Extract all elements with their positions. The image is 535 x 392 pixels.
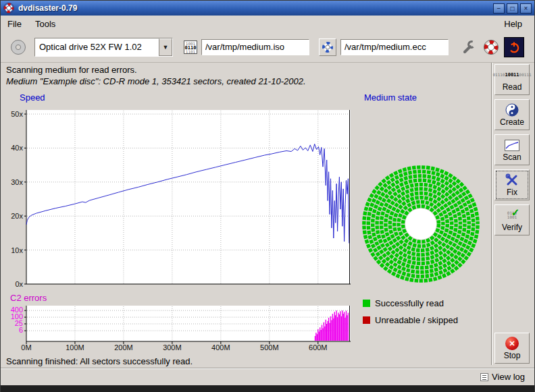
speed-and-c2-chart: 0M100M200M300M400M500M600M0x10x20x30x40x… <box>1 102 359 357</box>
ecc-file-button[interactable] <box>319 38 336 56</box>
svg-text:40x: 40x <box>11 144 23 152</box>
create-button-label: Create <box>500 117 524 127</box>
drive-select-value: Optical drive 52X FW 1.02 <box>35 38 159 56</box>
menubar: File Tools Help <box>1 16 534 32</box>
view-log-button[interactable]: View log <box>478 370 528 383</box>
medium-state-disc <box>361 165 480 283</box>
window-title: dvdisaster-0.79 <box>18 3 77 13</box>
verify-button[interactable]: 0110 1001 ✓ Verify <box>494 204 530 235</box>
drive-icon[interactable] <box>9 38 28 57</box>
svg-text:0x: 0x <box>15 280 23 288</box>
speed-chart-label: Speed <box>20 92 45 103</box>
good-swatch <box>363 300 370 307</box>
ecc-file-icon <box>322 41 334 53</box>
medium-state-label: Medium state <box>364 92 417 103</box>
maximize-button[interactable]: □ <box>507 3 518 13</box>
quit-button[interactable] <box>504 37 524 57</box>
svg-text:20x: 20x <box>11 212 23 220</box>
svg-text:400M: 400M <box>211 343 230 352</box>
minimize-button[interactable]: − <box>493 3 505 13</box>
close-button[interactable]: × <box>520 3 532 13</box>
bad-swatch <box>363 316 370 324</box>
app-window: dvdisaster-0.79 − □ × File Tools Help Op… <box>0 0 535 392</box>
binary-read-icon: 01110 10011 00111 <box>492 67 531 82</box>
preferences-button[interactable] <box>458 37 478 57</box>
iso-path-input[interactable] <box>201 39 309 55</box>
scan-result-text: Scanning finished: All sectors successfu… <box>6 356 193 366</box>
stop-icon: ✕ <box>505 336 519 351</box>
fix-button[interactable]: Fix <box>494 169 530 200</box>
titlebar[interactable]: dvdisaster-0.79 − □ × <box>1 1 534 16</box>
legend-bad-label: Unreadable / skipped <box>375 315 458 325</box>
scan-button-label: Scan <box>503 152 521 162</box>
read-button[interactable]: 01110 10011 00111 Read <box>494 64 530 95</box>
ecc-path-input[interactable] <box>340 39 449 55</box>
lifesaver-logo-icon <box>483 39 499 55</box>
window-bottom-border <box>1 385 534 392</box>
legend-item-good: Successfully read <box>363 298 444 308</box>
about-button[interactable] <box>481 37 501 57</box>
tools-icon <box>505 173 519 188</box>
svg-text:30x: 30x <box>11 178 23 186</box>
log-list-icon <box>480 373 488 381</box>
verify-check-icon: 0110 1001 ✓ <box>507 208 517 223</box>
scan-button[interactable]: Scan <box>494 134 530 165</box>
verify-button-label: Verify <box>502 223 522 232</box>
image-file-icon: 1001 0110 1101 <box>184 40 197 54</box>
sidebar-separator <box>491 63 492 365</box>
fix-button-label: Fix <box>507 188 517 197</box>
scan-chart-icon <box>505 138 519 152</box>
menu-help[interactable]: Help <box>497 17 529 31</box>
view-log-label: View log <box>492 372 525 382</box>
chevron-down-icon[interactable]: ▼ <box>159 38 172 56</box>
svg-text:200M: 200M <box>114 343 133 352</box>
create-button[interactable]: Create <box>494 99 530 130</box>
stop-button[interactable]: ✕ Stop <box>494 333 530 364</box>
wrench-icon <box>460 39 476 55</box>
svg-text:100M: 100M <box>66 343 84 352</box>
status-line-2: Medium "Example disc": CD-R mode 1, 3534… <box>6 76 306 86</box>
yin-yang-icon <box>505 103 519 117</box>
legend-item-bad: Unreadable / skipped <box>363 315 458 325</box>
toolbar: Optical drive 52X FW 1.02 ▼ 1001 0110 11… <box>1 32 534 63</box>
statusbar: View log <box>1 368 534 385</box>
svg-text:500M: 500M <box>260 343 279 352</box>
legend-good-label: Successfully read <box>375 298 444 308</box>
svg-text:0M: 0M <box>21 343 31 352</box>
svg-text:10x: 10x <box>11 246 23 254</box>
power-icon <box>507 40 521 55</box>
status-line-1: Scanning medium for read errors. <box>6 65 137 75</box>
svg-text:6: 6 <box>19 326 23 334</box>
svg-text:600M: 600M <box>309 343 328 352</box>
svg-text:300M: 300M <box>163 343 182 352</box>
svg-text:50x: 50x <box>11 110 23 118</box>
stop-button-label: Stop <box>504 351 521 360</box>
menu-file[interactable]: File <box>1 17 28 31</box>
read-button-label: Read <box>503 82 522 92</box>
app-icon <box>3 3 14 13</box>
menu-tools[interactable]: Tools <box>28 17 62 31</box>
drive-select[interactable]: Optical drive 52X FW 1.02 ▼ <box>34 38 173 57</box>
